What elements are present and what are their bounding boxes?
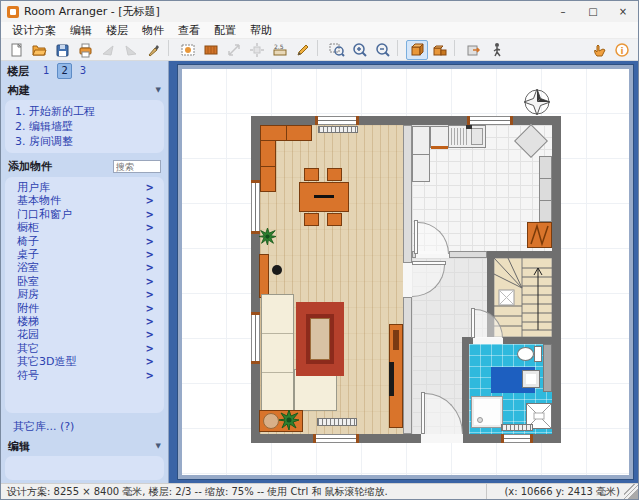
edit-title: 编辑 [8,439,30,454]
sofa[interactable] [261,294,294,411]
counter[interactable] [430,126,449,148]
category-卧室[interactable]: 卧室> [5,275,164,288]
category-用户库[interactable]: 用户库> [5,181,164,194]
chevron-down-icon[interactable]: ▼ [156,442,161,450]
coffee-table[interactable] [306,314,334,364]
menu-配置[interactable]: 配置 [207,22,243,39]
window[interactable] [251,180,260,234]
kitchen-counter[interactable] [286,125,312,141]
view-3d-button[interactable] [406,40,428,60]
save-button[interactable] [51,40,73,60]
menu-物件[interactable]: 物件 [135,22,171,39]
window[interactable] [467,116,513,125]
category-门口和窗户[interactable]: 门口和窗户> [5,208,164,221]
open-folder-button[interactable] [28,40,50,60]
potted-plant[interactable] [259,228,276,245]
category-其它[interactable]: 其它> [5,342,164,355]
minimize-button[interactable]: – [548,1,578,22]
kitchen-counter[interactable] [260,140,276,167]
zoom-region-button[interactable] [326,40,348,60]
chevron-down-icon[interactable]: ▼ [156,86,161,94]
category-桌子[interactable]: 桌子> [5,248,164,261]
menu-楼层[interactable]: 楼层 [99,22,135,39]
build-step-link[interactable]: 2. 编辑墙壁 [5,119,164,134]
window[interactable] [251,312,260,364]
redo-button[interactable] [120,40,142,60]
menu-编辑[interactable]: 编辑 [63,22,99,39]
chair[interactable] [304,213,319,226]
floor-tab-1[interactable]: 1 [39,63,53,79]
info-button[interactable]: i [611,40,633,60]
window[interactable] [313,434,359,443]
staircase[interactable] [494,258,552,337]
canvas[interactable] [169,61,638,483]
objects-3d-button[interactable] [429,40,451,60]
category-label: 花园 [17,328,39,341]
build-step-link[interactable]: 3. 房间调整 [5,134,164,149]
measure-button[interactable]: 2.5 [269,40,291,60]
category-花园[interactable]: 花园> [5,328,164,341]
category-橱柜[interactable]: 橱柜> [5,221,164,234]
chair[interactable] [304,168,319,181]
zoom-out-button[interactable] [372,40,394,60]
pencil-icon [295,42,311,58]
walk-3d-button[interactable] [463,40,485,60]
edit-section-header[interactable]: 编辑 ▼ [1,437,168,455]
new-document-button[interactable] [5,40,27,60]
radiator[interactable] [318,126,358,133]
build-steps: 1. 开始新的工程2. 编辑墙壁3. 房间调整 [5,100,164,153]
compass-icon[interactable] [521,86,554,119]
shelf[interactable] [259,254,269,298]
wall-cabinets[interactable] [539,156,552,222]
resize-grip[interactable] [624,484,638,499]
drawing-page[interactable] [182,69,629,475]
pan-hand-button[interactable] [588,40,610,60]
build-section-header[interactable]: 构建 ▼ [1,81,168,99]
window[interactable] [501,434,533,443]
kitchen-counter[interactable] [260,166,276,192]
floor-tab-2[interactable]: 2 [57,63,71,79]
category-楼梯[interactable]: 楼梯> [5,315,164,328]
category-其它3D造型[interactable]: 其它3D造型> [5,355,164,368]
chevron-right-icon: > [146,235,154,248]
category-符号[interactable]: 符号> [5,369,164,382]
move-object-button[interactable] [246,40,268,60]
undo-button[interactable] [97,40,119,60]
maximize-button[interactable]: □ [578,1,608,22]
close-button[interactable]: × [608,1,638,22]
zoom-in-button[interactable] [349,40,371,60]
floor-plan-button[interactable] [177,40,199,60]
search-input[interactable] [113,160,161,173]
kitchen-counter[interactable] [260,125,287,141]
paint-brush-button[interactable] [143,40,165,60]
washbasin[interactable] [522,370,540,388]
window[interactable] [315,116,359,125]
texture-button[interactable] [200,40,222,60]
floors-label: 楼层 [7,64,29,79]
floor-lamp[interactable] [272,265,282,275]
category-基本物件[interactable]: 基本物件> [5,194,164,207]
radiator[interactable] [501,424,533,431]
floor-tab-3[interactable]: 3 [76,63,90,79]
menu-查看[interactable]: 查看 [171,22,207,39]
menu-设计方案[interactable]: 设计方案 [5,22,63,39]
build-step-link[interactable]: 1. 开始新的工程 [5,104,164,119]
category-椅子[interactable]: 椅子> [5,235,164,248]
walkthrough-button[interactable] [486,40,508,60]
shower-tray[interactable] [471,396,503,428]
toilet[interactable] [517,347,534,361]
chair[interactable] [327,168,342,181]
tall-cabinet[interactable] [412,126,430,182]
radiator[interactable] [317,418,357,426]
chair[interactable] [327,213,342,226]
category-浴室[interactable]: 浴室> [5,261,164,274]
potted-plant[interactable] [279,410,299,430]
print-button[interactable] [74,40,96,60]
category-厨房[interactable]: 厨房> [5,288,164,301]
resize-walls-button[interactable] [223,40,245,60]
floor-plan[interactable] [251,116,561,443]
pencil-button[interactable] [292,40,314,60]
more-libraries-link[interactable]: 其它库... (?) [1,417,168,437]
category-附件[interactable]: 附件> [5,302,164,315]
menu-帮助[interactable]: 帮助 [243,22,279,39]
